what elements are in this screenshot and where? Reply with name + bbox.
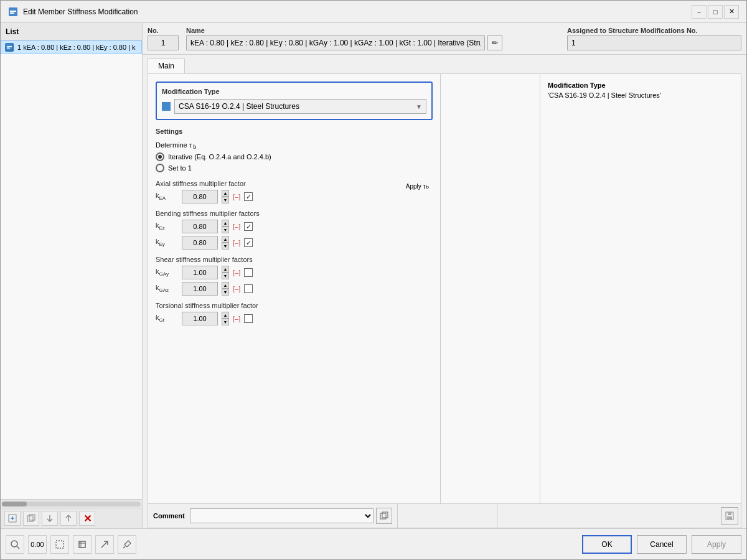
mod-type-label: Modification Type [162,88,426,95]
svg-point-18 [11,541,17,547]
kEy-link[interactable]: [–] [233,239,240,246]
main-window: Edit Member Stiffness Modification − □ ✕… [0,0,747,560]
shear-label: Shear stiffness multiplier factors [156,256,433,263]
kGAz-input[interactable] [182,282,218,296]
kEy-row: kEy ▲ ▼ [–] [156,236,433,250]
svg-line-19 [17,546,19,549]
name-edit-btn[interactable]: ✏ [487,35,502,50]
kEy-spin-down[interactable]: ▼ [222,243,229,250]
kEA-spinner[interactable]: ▲ ▼ [222,190,229,203]
no-input[interactable] [148,35,179,50]
info-panel: Modification Type 'CSA S16-19 O.2.4 | St… [540,74,741,503]
title-bar-left: Edit Member Stiffness Modification [8,7,138,17]
list-content[interactable]: 1 kEA : 0.80 | kEz : 0.80 | kEy : 0.80 |… [1,40,142,499]
import-btn[interactable] [42,511,58,526]
kEy-checkbox[interactable] [244,238,253,247]
mod-type-dropdown[interactable]: CSA S16-19 O.2.4 | Steel Structures ▼ [174,99,426,114]
close-button[interactable]: ✕ [724,5,739,19]
comment-copy-btn[interactable] [376,508,392,524]
kGt-input[interactable] [182,312,218,325]
kGAz-spinner[interactable]: ▲ ▼ [222,282,229,296]
svg-rect-21 [79,541,85,548]
kEz-checkbox[interactable] [244,222,253,231]
ok-button[interactable]: OK [582,535,632,554]
select-btn[interactable] [50,535,69,554]
new-btn[interactable] [4,511,21,526]
bottom-right-buttons: OK Cancel Apply [582,535,741,554]
kGAy-spin-down[interactable]: ▼ [222,273,229,279]
apply-button[interactable]: Apply [692,535,741,554]
kGt-spin-down[interactable]: ▼ [222,319,229,325]
duplicate-btn[interactable] [23,511,39,526]
settings-btn[interactable] [73,535,92,554]
assigned-group: Assigned to Structure Modifications No. [567,27,741,50]
list-header: List [1,23,142,40]
svg-rect-2 [10,12,14,14]
tab-area: Main [143,55,746,73]
kEz-spinner[interactable]: ▲ ▼ [222,220,229,233]
kEA-spin-down[interactable]: ▼ [222,197,229,203]
kGAz-spin-down[interactable]: ▼ [222,289,229,296]
bending-label: Bending stiffness multiplier factors [156,210,433,217]
kGt-spin-up[interactable]: ▲ [222,312,229,319]
list-item-text: 1 kEA : 0.80 | kEz : 0.80 | kEy : 0.80 |… [17,44,136,51]
kGAy-input[interactable] [182,266,218,279]
list-scrollbar[interactable] [1,499,142,508]
comment-dropdown[interactable] [190,508,374,523]
radio-set-circle [156,164,164,172]
radio-iterative[interactable]: Iterative (Eq. O.2.4.a and O.2.4.b) [156,152,433,161]
scroll-track[interactable] [2,502,141,506]
right-panel: No. Name ✏ Assigned to Structure Modific… [143,23,746,528]
kEy-spin-up[interactable]: ▲ [222,236,229,243]
search-tool-btn[interactable] [6,535,24,554]
kGAz-spin-up[interactable]: ▲ [222,282,229,289]
kGt-checkbox[interactable] [244,314,253,323]
dropdown-arrow-icon: ▼ [416,103,422,110]
kGAy-link[interactable]: [–] [233,269,240,276]
kEz-input[interactable] [182,220,218,233]
kGAz-row: kGAz ▲ ▼ [–] [156,282,433,296]
name-input[interactable] [186,35,485,50]
info-save-btn[interactable] [721,507,738,525]
minimize-button[interactable]: − [692,5,707,19]
arrow-btn[interactable] [95,535,114,554]
kEz-spin-up[interactable]: ▲ [222,220,229,226]
cancel-button[interactable]: Cancel [637,535,687,554]
kEA-input[interactable] [182,190,218,203]
kEy-spinner[interactable]: ▲ ▼ [222,236,229,250]
kEz-spin-down[interactable]: ▼ [222,226,229,233]
kGt-spinner[interactable]: ▲ ▼ [222,312,229,325]
shear-section: Shear stiffness multiplier factors kGAy … [156,256,433,296]
list-item[interactable]: 1 kEA : 0.80 | kEz : 0.80 | kEy : 0.80 |… [1,40,142,54]
comment-right [497,504,741,528]
coord-value: 0.00 [31,541,44,548]
tab-main[interactable]: Main [148,58,185,73]
kGt-link[interactable]: [–] [233,315,240,322]
apply-tau-label: Apply τ [406,183,426,190]
radio-set[interactable]: Set to 1 [156,164,433,172]
kEA-spin-up[interactable]: ▲ [222,190,229,197]
kEA-link[interactable]: [–] [233,193,240,200]
kEA-checkbox[interactable] [244,192,253,201]
maximize-button[interactable]: □ [708,5,723,19]
kGAy-spinner[interactable]: ▲ ▼ [222,266,229,279]
main-settings-panel: Modification Type CSA S16-19 O.2.4 | Ste… [148,74,441,503]
kGAz-link[interactable]: [–] [233,285,240,292]
tools-btn[interactable] [118,535,136,554]
assigned-input[interactable] [567,35,741,50]
kGAz-checkbox[interactable] [244,284,253,293]
kEz-link[interactable]: [–] [233,223,240,230]
kGAy-checkbox[interactable] [244,268,253,277]
header-area: No. Name ✏ Assigned to Structure Modific… [143,23,746,55]
axial-section: Axial stiffness multiplier factor Apply … [156,180,433,203]
coord-btn[interactable]: 0.00 [28,535,47,554]
window-title: Edit Member Stiffness Modification [23,7,138,16]
content-area: Modification Type CSA S16-19 O.2.4 | Ste… [148,73,741,504]
scroll-thumb[interactable] [2,502,27,506]
svg-rect-17 [727,516,732,520]
kGAy-spin-up[interactable]: ▲ [222,266,229,273]
svg-rect-4 [7,46,12,47]
kEy-input[interactable] [182,236,218,250]
delete-btn[interactable]: ✕ [79,511,95,526]
export-btn[interactable] [60,511,77,526]
